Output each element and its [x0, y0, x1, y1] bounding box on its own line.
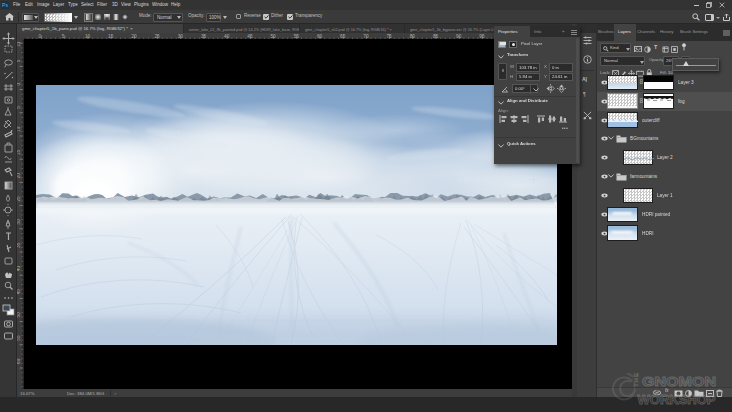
svg-text:20: 20: [131, 34, 137, 39]
svg-text:75: 75: [387, 34, 393, 39]
svg-text:95: 95: [479, 34, 485, 39]
svg-text:35: 35: [17, 242, 21, 248]
svg-text:50: 50: [17, 312, 21, 318]
svg-text:5: 5: [17, 106, 21, 109]
svg-text:5: 5: [17, 59, 21, 62]
svg-text:45: 45: [17, 289, 21, 295]
svg-text:10: 10: [85, 34, 91, 39]
svg-text:60: 60: [17, 358, 21, 364]
svg-text:15: 15: [17, 149, 21, 155]
svg-text:65: 65: [340, 34, 346, 39]
svg-text:10: 10: [17, 41, 21, 47]
svg-text:0: 0: [17, 83, 21, 86]
svg-text:0: 0: [39, 34, 42, 39]
svg-text:THE: THE: [632, 373, 639, 387]
svg-text:GNOMON: GNOMON: [642, 374, 716, 389]
svg-text:WORKSHOP: WORKSHOP: [638, 392, 716, 407]
svg-text:25: 25: [17, 196, 21, 202]
svg-text:85: 85: [433, 34, 439, 39]
svg-text:70: 70: [363, 34, 369, 39]
svg-text:60: 60: [317, 34, 323, 39]
svg-text:55: 55: [17, 335, 21, 341]
svg-text:90: 90: [456, 34, 462, 39]
svg-text:45: 45: [247, 34, 253, 39]
svg-text:50: 50: [271, 34, 277, 39]
svg-text:20: 20: [17, 173, 21, 179]
svg-text:80: 80: [410, 34, 416, 39]
svg-text:25: 25: [155, 34, 161, 39]
svg-text:30: 30: [17, 219, 21, 225]
svg-text:40: 40: [17, 265, 21, 271]
svg-text:40: 40: [224, 34, 230, 39]
svg-text:5: 5: [62, 34, 65, 39]
svg-text:35: 35: [201, 34, 207, 39]
svg-text:55: 55: [294, 34, 300, 39]
svg-text:30: 30: [178, 34, 184, 39]
svg-text:15: 15: [108, 34, 114, 39]
svg-text:10: 10: [17, 126, 21, 132]
